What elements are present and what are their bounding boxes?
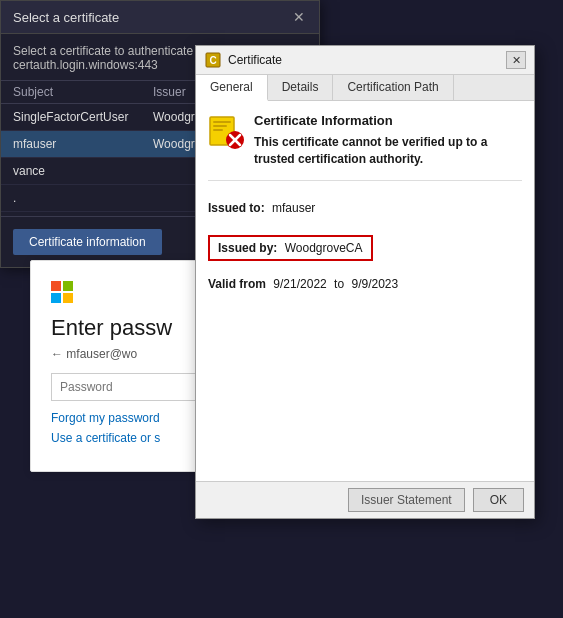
ms-logo-green [63,281,73,291]
cert-detail-title: Certificate [228,53,282,67]
cert-subject: mfauser [13,137,153,151]
tab-details[interactable]: Details [268,75,334,100]
cert-info-title: Certificate Information [254,113,522,128]
cert-detail-dialog: C Certificate ✕ General Details Certific… [195,45,535,519]
cert-info-warning: This certificate cannot be verified up t… [254,134,522,168]
cert-detail-titlebar: C Certificate ✕ [196,46,534,75]
svg-rect-4 [213,125,227,127]
cert-information-button[interactable]: Certificate information [13,229,162,255]
issued-by-value: WoodgroveCA [285,241,363,255]
cert-select-close-button[interactable]: ✕ [291,9,307,25]
cert-select-title: Select a certificate [13,10,119,25]
cert-info-text-area: Certificate Information This certificate… [254,113,522,168]
issued-to-value: mfauser [272,201,315,215]
cert-warning-icon [208,113,244,149]
col-subject: Subject [13,85,153,99]
valid-from-label: Valid from [208,277,266,291]
tab-general[interactable]: General [196,75,268,101]
valid-to-label: to [334,277,344,291]
cert-info-header: Certificate Information This certificate… [208,113,522,181]
certificate-icon: C [204,51,222,69]
cert-detail-footer: Issuer Statement OK [196,481,534,518]
svg-rect-3 [213,121,231,123]
cert-detail-fields: Issued to: mfauser Issued by: WoodgroveC… [208,193,522,315]
cert-issued-by-row: Issued by: WoodgroveCA [208,231,522,261]
issued-by-box: Issued by: WoodgroveCA [208,235,373,261]
cert-select-titlebar: Select a certificate ✕ [1,1,319,34]
cert-subject: . [13,191,153,205]
ok-button[interactable]: OK [473,488,524,512]
issued-to-label: Issued to: [208,201,265,215]
ms-logo-blue [51,293,61,303]
issuer-statement-button[interactable]: Issuer Statement [348,488,465,512]
tab-certification-path[interactable]: Certification Path [333,75,453,100]
cert-subject: vance [13,164,153,178]
cert-detail-tabs: General Details Certification Path [196,75,534,101]
ms-logo-yellow [63,293,73,303]
issued-by-label: Issued by: [218,241,277,255]
cert-issued-to-row: Issued to: mfauser [208,201,522,215]
microsoft-logo [51,281,73,303]
svg-rect-5 [213,129,223,131]
valid-from-value: 9/21/2022 [273,277,326,291]
cert-subject: SingleFactorCertUser [13,110,153,124]
svg-text:C: C [209,55,216,66]
cert-valid-row: Valid from 9/21/2022 to 9/9/2023 [208,277,522,291]
cert-detail-close-button[interactable]: ✕ [506,51,526,69]
valid-to-value: 9/9/2023 [351,277,398,291]
ms-logo-red [51,281,61,291]
cert-detail-title-area: C Certificate [204,51,282,69]
cert-detail-body: Certificate Information This certificate… [196,101,534,481]
